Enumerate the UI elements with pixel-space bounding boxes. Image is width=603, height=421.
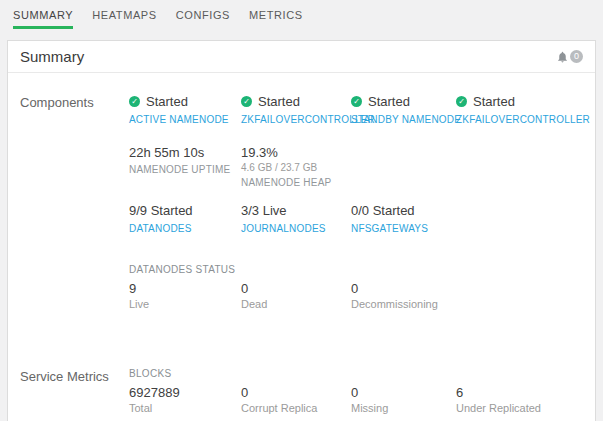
status-text: Started [146, 94, 188, 109]
datanodes-status-group: DATANODES STATUS 9 Live 0 Dead 0 Decommi [129, 264, 583, 310]
check-circle-icon: ✓ [129, 96, 140, 107]
status-text: Started [258, 94, 300, 109]
live-label: Live [129, 298, 241, 310]
node-counts-row: 9/9 Started DATANODES 3/3 Live JOURNALNO… [129, 203, 583, 236]
blocks-header: BLOCKS [129, 368, 583, 379]
status-line: ✓ Started [351, 94, 456, 109]
status-line: ✓ Started [456, 94, 590, 109]
nfsgateways-cell: 0/0 Started NFSGATEWAYS [351, 203, 456, 236]
dead-label: Dead [241, 298, 351, 310]
tab-metrics[interactable]: METRICS [249, 9, 303, 29]
blocks-missing-label: Missing [351, 402, 456, 414]
nfsgateways-value: 0/0 Started [351, 203, 456, 218]
blocks-total-label: Total [129, 402, 241, 414]
check-circle-icon: ✓ [241, 96, 252, 107]
journalnodes-value: 3/3 Live [241, 203, 351, 218]
component-cell-zkfailovercontroller-1: ✓ Started ZKFAILOVERCONTROLLER [241, 94, 351, 127]
components-section-label: Components [20, 94, 129, 310]
blocks-under-replicated-value: 6 [456, 385, 583, 400]
component-status-row: ✓ Started ACTIVE NAMENODE ✓ Started ZKFA… [129, 94, 583, 127]
status-text: Started [368, 94, 410, 109]
tab-configs[interactable]: CONFIGS [176, 9, 230, 29]
datanodes-status-header: DATANODES STATUS [129, 264, 583, 275]
blocks-total-cell: 6927889 Total [129, 385, 241, 414]
dead-value: 0 [241, 281, 351, 296]
components-section: Components ✓ Started ACTIVE NAMENODE ✓ [8, 94, 595, 310]
blocks-total-value: 6927889 [129, 385, 241, 400]
active-namenode-link[interactable]: ACTIVE NAMENODE [129, 114, 229, 125]
heap-label: NAMENODE HEAP [241, 177, 351, 188]
heap-detail: 4.6 GB / 23.7 GB [241, 162, 351, 173]
card-content: Components ✓ Started ACTIVE NAMENODE ✓ [8, 73, 595, 421]
uptime-label: NAMENODE UPTIME [129, 164, 241, 175]
nfsgateways-link[interactable]: NFSGATEWAYS [351, 223, 428, 234]
blocks-corrupt-cell: 0 Corrupt Replica [241, 385, 351, 414]
summary-card: Summary 0 Components ✓ Started ACT [7, 40, 596, 421]
datanodes-value: 9/9 Started [129, 203, 241, 218]
check-circle-icon: ✓ [351, 96, 362, 107]
component-cell-zkfailovercontroller-2: ✓ Started ZKFAILOVERCONTROLLER [456, 94, 590, 127]
status-line: ✓ Started [241, 94, 351, 109]
service-metrics-section-label: Service Metrics [20, 368, 129, 421]
tab-heatmaps[interactable]: HEATMAPS [92, 9, 157, 29]
decommissioning-label: Decommissioning [351, 298, 456, 310]
tab-bar: SUMMARY HEATMAPS CONFIGS METRICS [0, 0, 603, 29]
blocks-corrupt-value: 0 [241, 385, 351, 400]
component-cell-standby-namenode: ✓ Started STANDBY NAMENODE [351, 94, 456, 127]
blocks-under-replicated-cell: 6 Under Replicated [456, 385, 583, 414]
bell-icon [556, 50, 569, 64]
blocks-corrupt-label: Corrupt Replica [241, 402, 351, 414]
standby-namenode-link[interactable]: STANDBY NAMENODE [351, 114, 461, 125]
decommissioning-value: 0 [351, 281, 456, 296]
datanodes-status-row: 9 Live 0 Dead 0 Decommissioning [129, 281, 583, 310]
blocks-group: BLOCKS 6927889 Total 0 Corrupt Replica 0 [129, 368, 583, 414]
blocks-missing-value: 0 [351, 385, 456, 400]
namenode-heap-cell: 19.3% 4.6 GB / 23.7 GB NAMENODE HEAP [241, 145, 351, 188]
namenode-uptime-cell: 22h 55m 10s NAMENODE UPTIME [129, 145, 241, 175]
service-metrics-section: Service Metrics BLOCKS 6927889 Total 0 C… [8, 368, 595, 421]
status-line: ✓ Started [129, 94, 241, 109]
datanodes-decommissioning-cell: 0 Decommissioning [351, 281, 456, 310]
namenode-metrics-row: 22h 55m 10s NAMENODE UPTIME 19.3% 4.6 GB… [129, 145, 583, 188]
alert-count-badge: 0 [570, 50, 583, 63]
component-cell-active-namenode: ✓ Started ACTIVE NAMENODE [129, 94, 241, 127]
blocks-under-replicated-label: Under Replicated [456, 402, 583, 414]
tab-summary[interactable]: SUMMARY [13, 9, 73, 29]
heap-value: 19.3% [241, 145, 351, 160]
uptime-value: 22h 55m 10s [129, 145, 241, 160]
datanodes-cell: 9/9 Started DATANODES [129, 203, 241, 236]
card-header: Summary 0 [8, 41, 595, 73]
status-text: Started [473, 94, 515, 109]
live-value: 9 [129, 281, 241, 296]
check-circle-icon: ✓ [456, 96, 467, 107]
datanodes-link[interactable]: DATANODES [129, 223, 192, 234]
journalnodes-link[interactable]: JOURNALNODES [241, 223, 326, 234]
datanodes-live-cell: 9 Live [129, 281, 241, 310]
journalnodes-cell: 3/3 Live JOURNALNODES [241, 203, 351, 236]
alerts-indicator[interactable]: 0 [556, 50, 583, 64]
blocks-row: 6927889 Total 0 Corrupt Replica 0 Missin… [129, 385, 583, 414]
blocks-missing-cell: 0 Missing [351, 385, 456, 414]
page-title: Summary [20, 48, 84, 65]
zkfailovercontroller-link-2[interactable]: ZKFAILOVERCONTROLLER [456, 114, 590, 125]
datanodes-dead-cell: 0 Dead [241, 281, 351, 310]
